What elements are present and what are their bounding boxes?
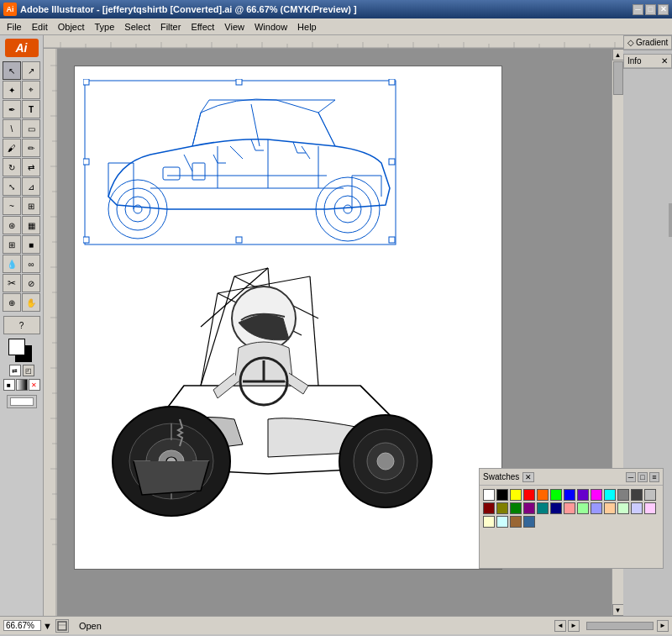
scroll-thumb[interactable]	[613, 61, 623, 95]
swatch-14[interactable]	[496, 502, 508, 514]
free-transform-tool[interactable]: ⊞	[22, 197, 40, 215]
gradient-mode-button[interactable]	[16, 379, 28, 391]
menu-item-window[interactable]: Window	[249, 20, 292, 34]
swatch-13[interactable]	[483, 502, 495, 514]
help-button[interactable]: ?	[3, 316, 40, 334]
swatch-18[interactable]	[550, 502, 562, 514]
swatch-29[interactable]	[523, 516, 535, 528]
gradient-tool[interactable]: ■	[22, 235, 40, 254]
swatch-20[interactable]	[577, 502, 589, 514]
menu-item-filter[interactable]: Filter	[155, 20, 186, 34]
scale-tool[interactable]: ⤡	[3, 177, 21, 196]
eraser-tool[interactable]: ⊘	[22, 274, 40, 292]
hand-tool[interactable]: ✋	[22, 293, 40, 312]
scroll-right-end-button[interactable]: ►	[657, 620, 669, 632]
svg-rect-50	[389, 79, 395, 85]
canvas-page	[74, 66, 502, 570]
line-tool[interactable]: \	[3, 119, 21, 138]
zoom-dropdown-arrow[interactable]: ▼	[43, 621, 52, 631]
swatch-27[interactable]	[496, 516, 508, 528]
swatch-23[interactable]	[617, 502, 629, 514]
swatches-maximize-button[interactable]: □	[638, 472, 648, 482]
select-tool[interactable]: ↖	[3, 61, 21, 80]
graph-tool[interactable]: ▦	[22, 216, 40, 234]
panel-resize-handle[interactable]	[669, 203, 672, 237]
svg-line-61	[318, 100, 335, 113]
swatches-menu-button[interactable]: ≡	[649, 472, 659, 482]
swatches-panel: Swatches ✕ ─ □ ≡	[479, 468, 664, 569]
swatch-2[interactable]	[510, 489, 522, 501]
window-title: Adobe Illustrator - [jefferytqshirtb [Co…	[20, 4, 357, 14]
eyedropper-tool[interactable]: 💧	[3, 255, 21, 273]
menu-item-object[interactable]: Object	[53, 20, 90, 34]
swatches-close-icon[interactable]: ✕	[522, 472, 534, 482]
page-next-button[interactable]: ►	[568, 620, 580, 632]
menu-item-view[interactable]: View	[219, 20, 249, 34]
swatch-15[interactable]	[510, 502, 522, 514]
symbol-tool[interactable]: ⊛	[3, 216, 21, 234]
swatch-28[interactable]	[510, 516, 522, 528]
type-tool[interactable]: T	[22, 100, 40, 118]
swatch-12[interactable]	[644, 489, 656, 501]
reflect-tool[interactable]: ⇄	[22, 158, 40, 176]
maximize-button[interactable]: □	[645, 4, 656, 15]
swatch-10[interactable]	[617, 489, 629, 501]
swatch-17[interactable]	[537, 502, 549, 514]
swatch-16[interactable]	[523, 502, 535, 514]
zoom-input[interactable]	[3, 620, 41, 631]
warp-tool[interactable]: ~	[3, 197, 21, 215]
close-button[interactable]: ✕	[658, 4, 669, 15]
swatch-24[interactable]	[631, 502, 643, 514]
artboard-button[interactable]	[55, 619, 69, 633]
swatch-9[interactable]	[604, 489, 616, 501]
swatch-3[interactable]	[523, 489, 535, 501]
swatch-0[interactable]	[483, 489, 495, 501]
swatch-4[interactable]	[537, 489, 549, 501]
shear-tool[interactable]: ⊿	[22, 177, 40, 196]
swatch-11[interactable]	[631, 489, 643, 501]
swap-colors-button[interactable]: ⇄	[9, 365, 21, 376]
paintbrush-tool[interactable]: 🖌	[3, 139, 21, 157]
swatch-6[interactable]	[564, 489, 575, 501]
menu-item-select[interactable]: Select	[119, 20, 155, 34]
swatch-7[interactable]	[577, 489, 589, 501]
menu-item-help[interactable]: Help	[292, 20, 322, 34]
swatch-1[interactable]	[496, 489, 508, 501]
page-prev-button[interactable]: ◄	[554, 620, 566, 632]
swatch-25[interactable]	[644, 502, 656, 514]
minimize-button[interactable]: ─	[633, 4, 643, 15]
direct-select-tool[interactable]: ↗	[22, 61, 40, 80]
fill-color[interactable]	[8, 339, 25, 355]
menu-item-effect[interactable]: Effect	[186, 20, 219, 34]
magic-wand-tool[interactable]: ✦	[3, 81, 21, 99]
svg-line-81	[230, 146, 243, 159]
swatch-22[interactable]	[604, 502, 616, 514]
scissors-tool[interactable]: ✂	[3, 274, 21, 292]
info-panel-close[interactable]: ✕	[661, 56, 668, 66]
menu-item-file[interactable]: File	[2, 20, 27, 34]
none-mode-button[interactable]: ✕	[29, 379, 40, 391]
pen-tool[interactable]: ✒	[3, 100, 21, 118]
blend-tool[interactable]: ∞	[22, 255, 40, 273]
default-colors-button[interactable]: ◰	[23, 365, 34, 376]
menu-item-type[interactable]: Type	[90, 20, 120, 34]
swatch-8[interactable]	[591, 489, 602, 501]
screen-mode-button[interactable]	[7, 395, 37, 408]
lasso-tool[interactable]: ⌖	[22, 81, 40, 99]
title-buttons[interactable]: ─ □ ✕	[633, 4, 669, 15]
swatch-21[interactable]	[591, 502, 602, 514]
swatch-26[interactable]	[483, 516, 495, 528]
swatch-5[interactable]	[550, 489, 562, 501]
solid-color-button[interactable]: ■	[3, 379, 15, 391]
mesh-tool[interactable]: ⊞	[3, 235, 21, 254]
swatch-19[interactable]	[564, 502, 575, 514]
rect-tool[interactable]: ▭	[22, 119, 40, 138]
zoom-tool[interactable]: ⊕	[3, 293, 21, 312]
swatches-minimize-button[interactable]: ─	[626, 472, 636, 482]
scroll-indicator[interactable]	[586, 622, 654, 630]
rotate-tool[interactable]: ↻	[3, 158, 21, 176]
scroll-up-arrow[interactable]: ▲	[612, 49, 624, 60]
pencil-tool[interactable]: ✏	[22, 139, 40, 157]
scroll-down-arrow[interactable]: ▼	[612, 604, 624, 616]
menu-item-edit[interactable]: Edit	[27, 20, 53, 34]
